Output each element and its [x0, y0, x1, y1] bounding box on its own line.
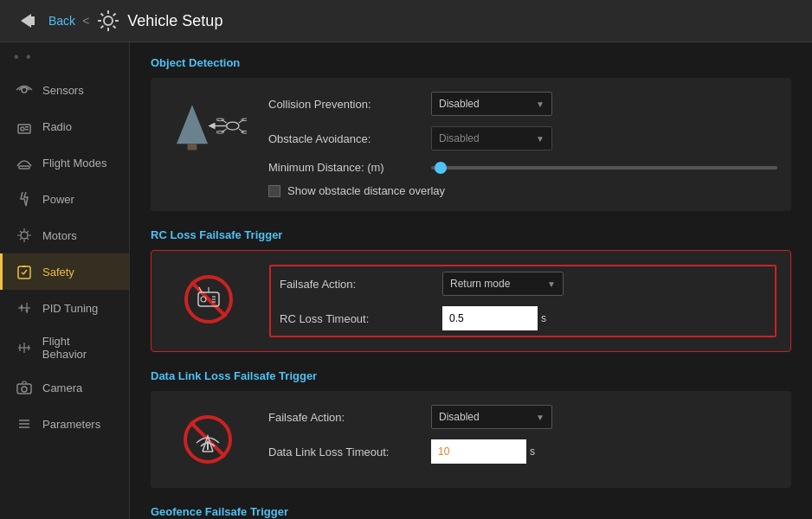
motors-icon	[15, 226, 34, 245]
radio-icon	[15, 117, 34, 136]
rc-loss-panel: Failsafe Action: Return mode ▼ RC Loss T…	[151, 250, 791, 352]
rc-loss-highlight-box: Failsafe Action: Return mode ▼ RC Loss T…	[269, 265, 777, 337]
sidebar-item-motors[interactable]: Motors	[0, 217, 129, 253]
camera-icon	[15, 378, 34, 397]
slider-thumb	[435, 162, 447, 174]
svg-point-36	[216, 119, 224, 121]
svg-line-12	[23, 270, 27, 274]
back-button[interactable]	[14, 7, 42, 35]
rc-loss-fields: Failsafe Action: Return mode ▼ RC Loss T…	[269, 265, 777, 337]
obstacle-avoidance-arrow: ▼	[536, 134, 545, 144]
data-link-failsafe-action-label: Failsafe Action:	[268, 411, 424, 424]
breadcrumb-separator: <	[82, 14, 89, 28]
svg-marker-0	[21, 14, 31, 28]
svg-point-18	[26, 310, 29, 312]
collision-prevention-label: Collision Prevention:	[268, 98, 424, 111]
flight-behavior-label: Flight Behavior	[42, 335, 117, 361]
collision-prevention-arrow: ▼	[536, 99, 545, 109]
pid-tuning-label: PID Tuning	[42, 302, 98, 315]
obstacle-avoidance-label: Obstacle Avoidance:	[268, 132, 424, 145]
geofence-title: Geofence Failsafe Trigger	[151, 505, 791, 518]
rc-loss-timeout-unit: s	[541, 312, 546, 324]
rc-failsafe-action-dropdown[interactable]: Return mode ▼	[442, 272, 564, 296]
svg-point-9	[21, 232, 28, 239]
sidebar-item-pid-tuning[interactable]: PID Tuning	[0, 290, 129, 326]
svg-marker-28	[177, 105, 208, 144]
rc-failsafe-action-label: Failsafe Action:	[280, 278, 435, 291]
show-overlay-label: Show obstacle distance overlay	[287, 184, 445, 197]
flight-modes-icon	[15, 153, 34, 172]
back-label[interactable]: Back	[48, 14, 75, 28]
camera-label: Camera	[42, 381, 82, 394]
obstacle-avoidance-value: Disabled	[439, 132, 480, 144]
svg-point-24	[22, 387, 27, 392]
svg-point-2	[104, 16, 113, 25]
parameters-label: Parameters	[42, 418, 100, 431]
sensors-icon	[15, 80, 34, 99]
svg-rect-29	[188, 144, 197, 150]
motors-label: Motors	[42, 229, 77, 242]
radio-label: Radio	[42, 120, 72, 133]
object-detection-fields: Collision Prevention: Disabled ▼ Obstacl…	[268, 92, 777, 197]
data-link-timeout-label: Data Link Loss Timeout:	[268, 445, 424, 458]
sidebar-item-flight-modes[interactable]: Flight Modes	[0, 144, 129, 181]
sidebar-item-flight-behavior[interactable]: Flight Behavior	[0, 326, 129, 369]
data-link-failsafe-action-dropdown[interactable]: Disabled ▼	[431, 405, 552, 429]
svg-rect-1	[31, 16, 35, 25]
data-link-loss-fields: Failsafe Action: Disabled ▼ Data Link Lo…	[268, 405, 777, 474]
show-overlay-row: Show obstacle distance overlay	[268, 184, 777, 197]
data-link-loss-panel: Failsafe Action: Disabled ▼ Data Link Lo…	[151, 391, 791, 488]
power-label: Power	[42, 193, 74, 206]
data-link-timeout-row: Data Link Loss Timeout: 10 s	[268, 439, 777, 464]
object-detection-title: Object Detection	[151, 56, 791, 69]
rc-failsafe-action-row: Failsafe Action: Return mode ▼	[280, 272, 766, 296]
rc-failsafe-action-value: Return mode	[450, 278, 510, 290]
data-link-timeout-input[interactable]: 10	[431, 439, 526, 464]
sidebar-item-power[interactable]: Power	[0, 181, 129, 217]
safety-icon	[15, 262, 34, 281]
rc-loss-icon	[165, 265, 252, 325]
rc-loss-timeout-label: RC Loss Timeout:	[280, 312, 435, 325]
show-overlay-checkbox[interactable]	[268, 185, 280, 197]
object-detection-icon	[164, 92, 251, 152]
rc-loss-timeout-input[interactable]: 0.5	[442, 306, 538, 330]
sidebar-item-radio[interactable]: Radio	[0, 108, 129, 144]
sensors-label: Sensors	[42, 84, 84, 97]
collision-prevention-dropdown[interactable]: Disabled ▼	[431, 92, 552, 116]
collision-prevention-value: Disabled	[439, 98, 480, 110]
svg-rect-6	[25, 126, 29, 128]
flight-behavior-icon	[15, 338, 34, 357]
svg-point-37	[242, 119, 247, 121]
data-link-failsafe-action-row: Failsafe Action: Disabled ▼	[268, 405, 777, 429]
params-icon	[15, 414, 34, 433]
svg-point-38	[216, 131, 224, 133]
obstacle-avoidance-dropdown[interactable]: Disabled ▼	[431, 126, 552, 151]
sidebar-item-safety[interactable]: Safety	[0, 253, 129, 290]
data-link-loss-icon	[164, 405, 251, 465]
data-link-timeout-input-group: 10 s	[431, 439, 535, 464]
min-distance-slider[interactable]	[431, 166, 777, 170]
rc-loss-title: RC Loss Failsafe Trigger	[151, 228, 791, 241]
svg-point-43	[201, 297, 206, 302]
collision-prevention-row: Collision Prevention: Disabled ▼	[268, 92, 777, 116]
sidebar-dots: • •	[0, 42, 129, 72]
rc-failsafe-action-arrow: ▼	[547, 279, 556, 289]
rc-loss-timeout-input-group: 0.5 s	[442, 306, 546, 330]
page-title: Vehicle Setup	[127, 12, 222, 30]
min-distance-row: Minimum Distance: (m)	[268, 161, 777, 174]
sidebar-item-parameters[interactable]: Parameters	[0, 406, 129, 442]
app-header: Back < Vehicle Setup	[0, 0, 812, 42]
min-distance-label: Minimum Distance: (m)	[268, 161, 424, 174]
sidebar-item-camera[interactable]: Camera	[0, 369, 129, 406]
data-link-failsafe-action-arrow: ▼	[536, 413, 545, 422]
svg-point-17	[21, 306, 23, 309]
main-content: Object Detection	[130, 42, 812, 519]
pid-icon	[15, 298, 34, 317]
power-icon	[15, 189, 34, 208]
flight-modes-label: Flight Modes	[42, 157, 106, 170]
obstacle-avoidance-row: Obstacle Avoidance: Disabled ▼	[268, 126, 777, 151]
min-distance-slider-container	[431, 166, 777, 170]
svg-point-39	[242, 131, 247, 133]
sidebar-item-sensors[interactable]: Sensors	[0, 72, 129, 108]
svg-rect-7	[25, 129, 29, 131]
